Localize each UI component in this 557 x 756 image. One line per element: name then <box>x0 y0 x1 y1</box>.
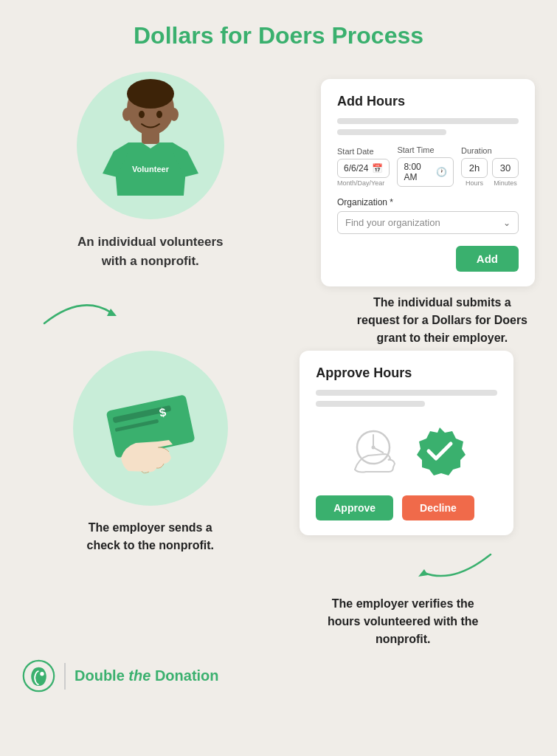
page-title: Dollars for Doers Process <box>0 0 557 64</box>
volunteer-illustration: Volunteer <box>77 72 224 219</box>
svg-point-6 <box>122 108 131 121</box>
org-label: Organization * <box>337 197 519 207</box>
add-button[interactable]: Add <box>456 246 519 272</box>
top-right-description: The individual submits a request for a D… <box>357 294 527 347</box>
approve-button[interactable]: Approve <box>316 495 393 520</box>
duration-hours-input[interactable]: 2h <box>461 158 488 178</box>
check-seal-svg <box>414 425 466 477</box>
org-dropdown[interactable]: Find your organization ⌄ <box>337 211 519 234</box>
bottom-right-description: The employer verifies the hours voluntee… <box>328 595 478 648</box>
start-date-input[interactable]: 6/6/24 📅 <box>337 159 390 178</box>
approve-hours-card: Approve Hours <box>300 351 513 535</box>
approve-card-line-2 <box>316 401 425 407</box>
svg-point-20 <box>40 672 44 676</box>
card-line-2 <box>337 129 446 135</box>
start-time-group: Start Time 8:00 AM 🕐 <box>397 145 454 187</box>
approve-visual <box>316 422 497 481</box>
svg-point-7 <box>170 108 179 121</box>
top-right-description-container: The individual submits a request for a D… <box>279 286 536 347</box>
svg-marker-18 <box>418 569 428 577</box>
clock-hand-svg <box>347 422 406 481</box>
svg-text:Volunteer: Volunteer <box>132 165 170 173</box>
volunteer-svg: Volunteer <box>91 78 210 214</box>
decline-button[interactable]: Decline <box>402 495 474 520</box>
duration-label: Duration <box>461 146 519 155</box>
arrow-right-svg <box>37 286 125 331</box>
check-svg: $ <box>84 362 217 495</box>
add-hours-title: Add Hours <box>337 94 519 109</box>
check-illustration: $ <box>73 351 228 506</box>
arrow-right-area <box>22 286 279 347</box>
org-section: Organization * Find your organization ⌄ <box>337 197 519 234</box>
approve-card-line-1 <box>316 390 497 396</box>
svg-rect-2 <box>142 131 159 144</box>
approve-buttons-row: Approve Decline <box>316 495 497 520</box>
clock-icon: 🕐 <box>436 167 447 177</box>
volunteer-description: An individual volunteers with a nonprofi… <box>77 233 223 270</box>
footer-divider <box>64 663 66 690</box>
date-sublabel: Month/Day/Year <box>337 179 390 187</box>
svg-point-16 <box>372 446 376 450</box>
start-time-input[interactable]: 8:00 AM 🕐 <box>397 157 454 187</box>
footer: Double the Donation <box>0 648 557 707</box>
duration-group: Duration 2h 30 Hours Minutes <box>461 146 519 187</box>
hours-sublabel: Hours <box>461 179 488 187</box>
arrow-left-svg <box>409 547 498 591</box>
start-date-group: Start Date 6/6/24 📅 Month/Day/Year <box>337 147 390 187</box>
minutes-sublabel: Minutes <box>492 179 519 187</box>
start-time-label: Start Time <box>397 145 454 154</box>
arrow-left-area <box>22 547 279 648</box>
svg-point-1 <box>127 79 174 109</box>
approve-hours-title: Approve Hours <box>316 365 497 381</box>
calendar-icon: 📅 <box>372 163 383 173</box>
add-hours-card: Add Hours Start Date 6/6/24 📅 Month/Day/… <box>321 79 535 286</box>
svg-marker-8 <box>107 309 117 316</box>
card-line-1 <box>337 118 519 124</box>
footer-logo-svg <box>22 659 55 693</box>
svg-point-5 <box>156 111 162 118</box>
duration-minutes-input[interactable]: 30 <box>492 158 519 178</box>
svg-point-4 <box>139 111 145 118</box>
footer-brand: Double the Donation <box>75 667 219 684</box>
chevron-down-icon: ⌄ <box>503 218 511 228</box>
org-placeholder: Find your organization <box>345 217 440 228</box>
start-date-label: Start Date <box>337 147 390 156</box>
